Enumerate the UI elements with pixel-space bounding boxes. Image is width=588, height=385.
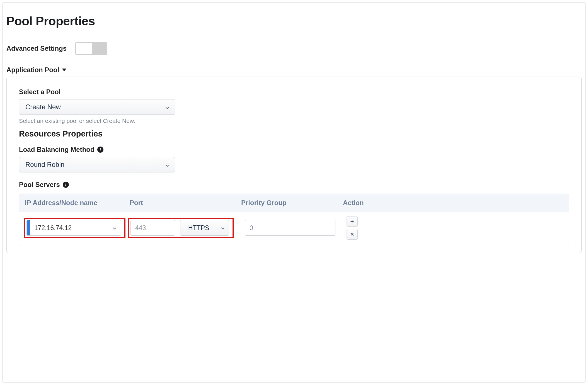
lb-method-dropdown[interactable]: Round Robin (19, 157, 175, 172)
highlight-port: HTTPS (128, 218, 234, 238)
application-pool-panel: Select a Pool Create New Select an exist… (6, 77, 582, 253)
th-port: Port (130, 199, 241, 207)
lb-method-value: Round Robin (25, 161, 64, 169)
chevron-down-icon (112, 225, 117, 230)
chevron-down-icon (220, 225, 225, 230)
section-title: Application Pool (6, 66, 59, 74)
chevron-down-icon (165, 104, 170, 109)
th-action: Action (343, 199, 371, 207)
remove-row-button[interactable] (347, 229, 358, 240)
select-pool-help: Select an existing pool or select Create… (19, 118, 569, 124)
application-pool-section-header[interactable]: Application Pool (6, 66, 66, 74)
priority-input-wrap (245, 220, 335, 236)
highlight-ip (24, 218, 125, 238)
th-ip: IP Address/Node name (24, 199, 130, 207)
pool-servers-table: IP Address/Node name Port Priority Group… (19, 194, 569, 246)
advanced-settings-toggle[interactable] (75, 42, 107, 55)
advanced-settings-label: Advanced Settings (6, 45, 67, 52)
toggle-knob (76, 43, 92, 54)
priority-input[interactable] (245, 220, 335, 235)
pool-properties-panel: Pool Properties Advanced Settings Applic… (2, 2, 586, 383)
protocol-dropdown[interactable]: HTTPS (180, 220, 229, 236)
protocol-value: HTTPS (184, 224, 220, 232)
select-pool-value: Create New (25, 103, 61, 111)
lb-method-label: Load Balancing Method i (19, 146, 569, 153)
table-row: HTTPS (19, 212, 569, 246)
chevron-down-icon (165, 162, 170, 167)
lb-method-label-text: Load Balancing Method (19, 146, 95, 153)
chevron-down-icon (62, 69, 66, 71)
ip-address-input[interactable] (30, 220, 121, 235)
info-icon[interactable]: i (63, 182, 69, 188)
advanced-settings-row: Advanced Settings (6, 42, 582, 55)
port-input[interactable] (131, 220, 175, 235)
resources-heading: Resources Properties (19, 129, 569, 138)
info-icon[interactable]: i (97, 147, 103, 153)
select-pool-dropdown[interactable]: Create New (19, 99, 175, 115)
pool-servers-label-text: Pool Servers (19, 181, 60, 189)
select-pool-label: Select a Pool (19, 88, 569, 96)
page-title: Pool Properties (6, 14, 582, 28)
table-header: IP Address/Node name Port Priority Group… (19, 194, 569, 212)
priority-cell (245, 220, 335, 236)
pool-servers-label: Pool Servers i (19, 181, 569, 189)
port-input-wrap (130, 220, 175, 236)
add-row-button[interactable] (347, 216, 358, 227)
ip-address-combo[interactable] (26, 220, 121, 236)
action-buttons (347, 216, 358, 240)
focus-stripe (27, 220, 30, 235)
th-priority: Priority Group (241, 199, 343, 207)
